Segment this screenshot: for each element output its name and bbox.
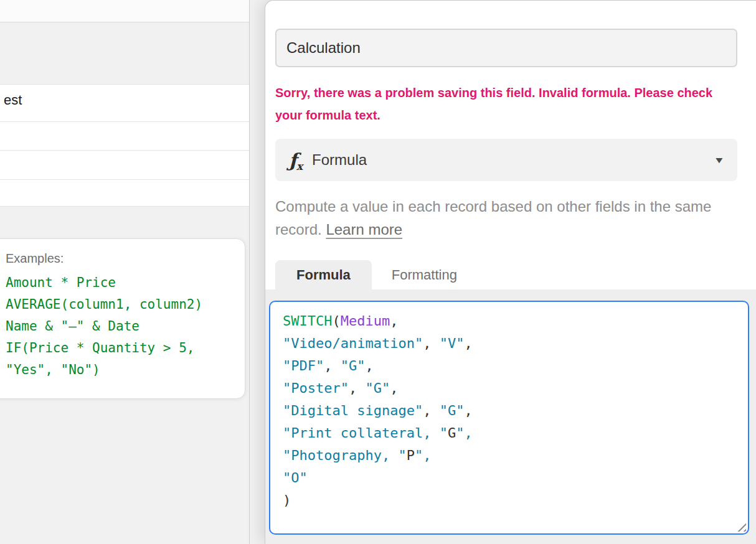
- tab-formula[interactable]: Formula: [275, 260, 372, 289]
- background-table-rows: [0, 84, 249, 207]
- chevron-down-icon: ▼: [714, 155, 725, 165]
- row-divider: [0, 121, 249, 122]
- example-line: Name & "–" & Date: [6, 316, 239, 337]
- formula-fx-icon: ƒx: [289, 149, 303, 171]
- background-toolbar-strip: [0, 0, 249, 22]
- example-line: "Yes", "No"): [6, 359, 239, 381]
- example-line: IF(Price * Quantity > 5,: [6, 337, 239, 359]
- example-line: AVERAGE(column1, column2): [6, 294, 239, 316]
- formula-code: SWITCH(Medium,"Video/animation", "V","PD…: [283, 310, 735, 512]
- field-name-input[interactable]: [275, 29, 737, 67]
- code-line: ): [283, 489, 735, 512]
- example-line: Amount * Price: [6, 272, 239, 294]
- code-line: SWITCH(Medium,: [283, 310, 735, 332]
- field-type-label: Formula: [312, 151, 367, 169]
- field-config-panel: Sorry, there was a problem saving this f…: [265, 0, 756, 544]
- code-line: "Poster", "G",: [283, 377, 735, 400]
- code-line: "Digital signage", "G",: [283, 400, 735, 422]
- examples-lines: Amount * PriceAVERAGE(column1, column2)N…: [6, 272, 239, 381]
- row-divider: [0, 150, 249, 151]
- code-line: "Print collateral, "G",: [283, 422, 735, 444]
- learn-more-link[interactable]: Learn more: [326, 221, 402, 238]
- tab-formatting[interactable]: Formatting: [373, 260, 476, 289]
- code-line: "Photography, "P",: [283, 444, 735, 467]
- row-divider: [0, 179, 249, 180]
- formula-textarea[interactable]: SWITCH(Medium,"Video/animation", "V","PD…: [269, 301, 749, 535]
- field-type-description: Compute a value in each record based on …: [275, 195, 741, 241]
- table-edge-divider: [249, 0, 250, 544]
- resize-handle[interactable]: [737, 522, 746, 532]
- table-cell-text: est: [4, 92, 22, 108]
- error-message: Sorry, there was a problem saving this f…: [275, 82, 739, 126]
- examples-title: Examples:: [6, 251, 239, 266]
- formula-examples-card: Examples: Amount * PriceAVERAGE(column1,…: [0, 238, 245, 399]
- field-type-selector[interactable]: ƒx Formula ▼: [275, 139, 737, 181]
- editor-tabs: Formula Formatting: [275, 260, 476, 289]
- code-line: "O": [283, 467, 735, 489]
- code-line: "PDF", "G",: [283, 355, 735, 377]
- code-line: "Video/animation", "V",: [283, 332, 735, 355]
- formula-editor-area: SWITCH(Medium,"Video/animation", "V","PD…: [265, 289, 756, 544]
